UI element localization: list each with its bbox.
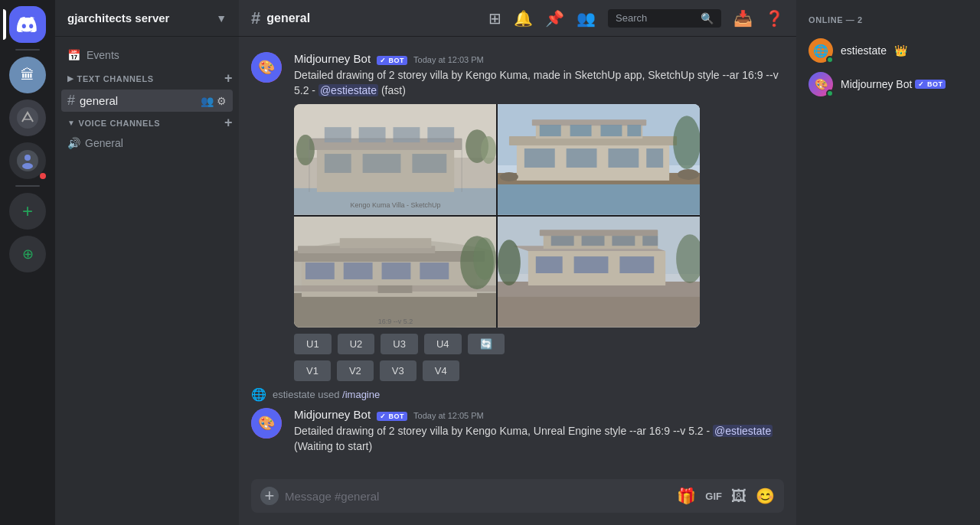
members-list-icon[interactable]: 👥 — [577, 9, 596, 28]
midjourney-bot-avatar: 🎨 — [251, 52, 282, 83]
svg-rect-34 — [570, 125, 592, 136]
notification-badge — [40, 173, 46, 179]
svg-rect-53 — [382, 262, 411, 279]
add-channel-button[interactable]: + — [224, 70, 233, 86]
svg-rect-71 — [642, 236, 658, 246]
threads-icon[interactable]: ⊞ — [488, 9, 501, 28]
svg-rect-36 — [627, 125, 641, 136]
add-server-button[interactable]: + — [9, 193, 46, 230]
message-input-area: + 🎁 GIF 🖼 😊 — [239, 479, 796, 525]
pin-icon[interactable]: 📌 — [545, 9, 564, 28]
channel-header: # general ⊞ 🔔 📌 👥 Search 🔍 📥 ❓ — [239, 0, 796, 37]
online-user-estiestate[interactable]: 🌐 estiestate 👑 — [802, 34, 974, 67]
search-placeholder: Search — [616, 12, 647, 24]
v4-button[interactable]: V4 — [423, 360, 459, 381]
svg-rect-32 — [532, 119, 646, 126]
notification-bell-icon[interactable]: 🔔 — [514, 9, 533, 28]
server-sidebar: 🏛 + ⊕ — [0, 0, 55, 525]
discord-home-item[interactable] — [9, 6, 46, 43]
svg-rect-27 — [498, 181, 700, 215]
help-icon[interactable]: ❓ — [765, 9, 784, 28]
server-icon-3[interactable] — [9, 142, 46, 179]
text-channels-section[interactable]: ▶ TEXT CHANNELS + — [55, 67, 239, 90]
voice-channel-name: General — [85, 137, 123, 149]
mention-2: @estiestate — [713, 425, 773, 437]
voice-chevron-icon: ▼ — [67, 119, 76, 127]
online-sidebar: ONLINE — 2 🌐 estiestate 👑 🎨 Midjourney B… — [796, 0, 980, 525]
online-user-midjourney-bot[interactable]: 🎨 Midjourney Bot ✓ BOT — [802, 67, 974, 101]
server-avatar-1[interactable]: 🏛 — [9, 57, 46, 93]
speaker-icon: 🔊 — [67, 137, 80, 149]
server-name-text: gjarchitects server — [67, 11, 169, 24]
emoji-icon[interactable]: 😊 — [756, 487, 775, 505]
svg-point-58 — [473, 237, 496, 280]
v2-button[interactable]: V2 — [337, 360, 374, 381]
gift-icon[interactable]: 🎁 — [677, 487, 696, 505]
svg-point-18 — [296, 135, 315, 165]
message-input-field[interactable] — [285, 490, 671, 503]
events-item[interactable]: 📅 Events — [55, 43, 239, 67]
svg-rect-38 — [567, 148, 597, 168]
svg-rect-17 — [412, 154, 446, 173]
image-grid-inner: Kengo Kuma Villa - SketchUp — [294, 104, 700, 328]
svg-rect-35 — [600, 125, 622, 136]
search-bar[interactable]: Search 🔍 — [608, 9, 721, 28]
author-name-2: Midjourney Bot — [294, 408, 371, 421]
sticker-icon[interactable]: 🖼 — [731, 488, 746, 505]
villa-image-3[interactable]: 16:9 --v 5.2 — [294, 217, 496, 328]
estiestate-avatar: 🌐 — [808, 38, 833, 63]
u4-button[interactable]: U4 — [424, 334, 462, 354]
midjourney-bot-avatar-2: 🎨 — [251, 408, 282, 439]
mention-1: @estiestate — [318, 84, 378, 96]
bot-badge-2: ✓ BOT — [377, 412, 407, 421]
svg-rect-73 — [574, 256, 609, 273]
svg-point-43 — [673, 116, 700, 169]
inbox-icon[interactable]: 📥 — [733, 9, 753, 28]
villa-image-2[interactable] — [498, 104, 700, 215]
svg-rect-14 — [427, 127, 454, 142]
input-right-icons: 🎁 GIF 🖼 😊 — [677, 487, 775, 505]
v1-button[interactable]: V1 — [294, 360, 331, 381]
svg-rect-15 — [325, 154, 351, 173]
input-add-button[interactable]: + — [260, 487, 279, 505]
estiestate-name: estiestate — [841, 44, 887, 57]
villa-image-4[interactable] — [498, 217, 700, 328]
u2-button[interactable]: U2 — [338, 334, 375, 354]
discover-servers-button[interactable]: ⊕ — [9, 236, 46, 272]
u1-button[interactable]: U1 — [294, 334, 332, 354]
v3-button[interactable]: V3 — [380, 360, 416, 381]
add-voice-channel-button[interactable]: + — [224, 115, 233, 131]
system-text: estiestate used /imagine — [273, 389, 380, 400]
u3-button[interactable]: U3 — [381, 334, 418, 354]
channel-item-general[interactable]: # general 👥 ⚙ — [61, 90, 233, 112]
image-grid[interactable]: Kengo Kuma Villa - SketchUp — [294, 104, 700, 328]
timestamp-2: Today at 12:05 PM — [413, 411, 484, 420]
variation-buttons-row: V1 V2 V3 V4 — [294, 360, 784, 381]
calendar-icon: 📅 — [67, 49, 80, 61]
refresh-button[interactable]: 🔄 — [468, 334, 505, 354]
discord-logo[interactable] — [9, 6, 46, 43]
svg-rect-70 — [612, 236, 635, 246]
message-2-header: Midjourney Bot ✓ BOT Today at 12:05 PM — [294, 408, 784, 421]
message-1-header: Midjourney Bot ✓ BOT Today at 12:03 PM — [294, 52, 784, 65]
main-content: # general ⊞ 🔔 📌 👥 Search 🔍 📥 ❓ 🎨 — [239, 0, 796, 525]
svg-rect-16 — [363, 154, 401, 173]
server-icon-gjarchitects[interactable]: 🏛 — [9, 57, 46, 93]
server-avatar-2[interactable] — [9, 99, 46, 136]
crown-icon: 👑 — [894, 44, 907, 57]
svg-rect-11 — [325, 127, 351, 142]
server-icon-2[interactable] — [9, 99, 46, 136]
voice-channels-section[interactable]: ▼ VOICE CHANNELS + — [55, 112, 239, 134]
svg-rect-72 — [536, 256, 563, 273]
svg-text:16:9 --v 5.2: 16:9 --v 5.2 — [378, 318, 413, 325]
svg-point-20 — [481, 136, 496, 164]
villa-image-1[interactable]: Kengo Kuma Villa - SketchUp — [294, 104, 496, 215]
server-name-header[interactable]: gjarchitects server ▼ — [55, 0, 239, 37]
system-emoji: 🌐 — [251, 387, 266, 402]
channel-icons: 👥 ⚙ — [201, 95, 227, 107]
voice-channel-general[interactable]: 🔊 General — [61, 134, 233, 152]
chevron-icon: ▶ — [67, 74, 74, 83]
settings-icon: ⚙ — [217, 95, 227, 107]
message-1: 🎨 Midjourney Bot ✓ BOT Today at 12:03 PM… — [239, 49, 796, 384]
gif-button[interactable]: GIF — [705, 491, 722, 502]
